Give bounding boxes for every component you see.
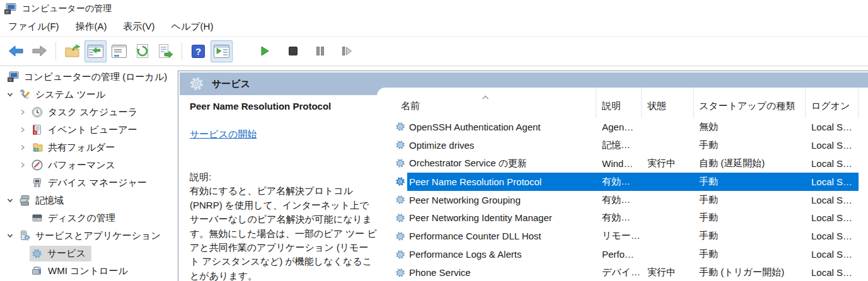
toolbar-separator [182, 42, 182, 60]
menu-action[interactable]: 操作(A) [67, 18, 115, 36]
forward-icon[interactable] [28, 40, 50, 62]
tree-item-label: システム ツール [35, 89, 105, 101]
start-service-icon[interactable] [253, 40, 275, 62]
tree-item-label: ディスクの管理 [48, 212, 115, 224]
tree-item-label: サービスとアプリケーション [35, 230, 161, 242]
sidebar-item-storage[interactable]: 記憶域 [0, 192, 176, 209]
computer-management-icon [8, 71, 19, 83]
service-row-selected[interactable]: Peer Name Resolution Protocol有効…手動Local … [377, 173, 868, 191]
wmi-control-icon [32, 265, 43, 277]
restart-service-icon[interactable] [336, 40, 358, 62]
tree-spacer [18, 213, 28, 223]
device-manager-icon [32, 177, 43, 188]
service-gear-icon [395, 268, 405, 278]
sidebar-item-performance[interactable]: パフォーマンス [0, 156, 176, 174]
menu-help[interactable]: ヘルプ(H) [163, 18, 222, 36]
sidebar-item-computer-management-root[interactable]: コンピューターの管理 (ローカル) [0, 68, 176, 86]
chevron-right-icon[interactable] [18, 107, 28, 117]
menu-file[interactable]: ファイル(F) [0, 18, 67, 36]
toolbar-separator [243, 42, 243, 60]
service-gear-icon [395, 140, 405, 150]
tree-item-label: 記憶域 [35, 195, 64, 207]
disk-management-icon [32, 212, 43, 224]
svg-text:?: ? [195, 46, 201, 57]
column-header-description[interactable]: 説明 [596, 88, 642, 118]
sidebar-item-wmi-control[interactable]: WMI コントロール [0, 262, 176, 280]
selected-service-name: Peer Name Resolution Protocol [190, 101, 376, 112]
sidebar-item-services-and-applications[interactable]: サービスとアプリケーション [0, 227, 176, 244]
service-row[interactable]: Orchestrator Service の更新Wind…実行中自動 (遅延開始… [377, 154, 868, 173]
services-applications-icon [19, 230, 30, 241]
chevron-down-icon[interactable] [5, 231, 15, 241]
show-console-tree-icon[interactable] [84, 40, 107, 62]
chevron-right-icon[interactable] [18, 160, 28, 170]
sidebar-item-event-viewer[interactable]: イベント ビューアー [0, 121, 176, 139]
help-icon[interactable]: ? [187, 40, 209, 62]
tree-item-label: サービス [47, 248, 86, 260]
column-header-startup-type[interactable]: スタートアップの種類 [694, 88, 806, 118]
service-row[interactable]: OpenSSH Authentication AgentAgen…無効Local… [377, 118, 868, 136]
computer-management-icon [4, 3, 16, 14]
sidebar-item-services[interactable]: サービス [0, 244, 176, 262]
chevron-right-icon[interactable] [18, 142, 28, 152]
service-row[interactable]: Optimize drives記憶…手動Local S… [377, 136, 868, 154]
chevron-down-icon[interactable] [5, 89, 15, 100]
description-text: 有効にすると、ピア名解決プロトコル (PNRP) を使用して、インターネット上で… [190, 185, 377, 280]
event-viewer-icon [32, 124, 43, 135]
sidebar-item-system-tools[interactable]: システム ツール [0, 86, 176, 103]
service-gear-icon [395, 231, 405, 241]
column-header-status[interactable]: 状態 [642, 88, 694, 118]
service-row[interactable]: Peer Networking Grouping有効…手動Local S… [377, 191, 868, 209]
chevron-right-icon[interactable] [18, 125, 28, 135]
export-list-icon[interactable] [154, 40, 176, 62]
tree-item-label: イベント ビューアー [48, 124, 137, 136]
service-row[interactable]: Phone Serviceデバイ…実行中手動 (トリガー開始)Local S… [377, 263, 868, 281]
export-wizard-icon[interactable] [61, 40, 83, 62]
shared-folders-icon [32, 142, 43, 153]
description-label: 説明: [190, 171, 211, 182]
service-gear-icon [395, 249, 405, 260]
tree-spacer [18, 178, 28, 188]
services-icon [32, 248, 42, 259]
service-row[interactable]: Peer Networking Identity Manager有効…手動Loc… [377, 209, 868, 227]
window-titlebar: コンピューターの管理 [0, 0, 868, 18]
tree-item-label: デバイス マネージャー [48, 177, 147, 189]
service-row[interactable]: Performance Counter DLL Hostリモー…手動Local … [377, 227, 868, 245]
refresh-icon[interactable] [131, 40, 153, 62]
service-detail-pane: Peer Name Resolution Protocol サービスの開始 説明… [178, 96, 376, 281]
tree-item-label: WMI コントロール [48, 265, 128, 277]
service-gear-icon [395, 122, 405, 132]
service-gear-icon [395, 176, 405, 186]
properties-icon[interactable] [108, 40, 130, 62]
window-title: コンピューターの管理 [22, 3, 112, 14]
back-icon[interactable] [5, 40, 27, 62]
sidebar-item-disk-management[interactable]: ディスクの管理 [0, 209, 176, 227]
column-header-logon-as[interactable]: ログオン [806, 88, 859, 118]
system-tools-icon [19, 89, 30, 100]
stop-service-icon[interactable] [282, 40, 304, 62]
chevron-down-icon[interactable] [5, 195, 15, 205]
toolbar: ? [0, 37, 868, 66]
pause-service-icon[interactable] [309, 40, 331, 62]
menu-view[interactable]: 表示(V) [115, 18, 163, 36]
service-gear-icon [395, 158, 405, 168]
console-tree: コンピューターの管理 (ローカル) システム ツール タスク スケジューラ [0, 68, 176, 281]
sidebar-item-device-manager[interactable]: デバイス マネージャー [0, 174, 176, 192]
services-header-title: サービス [212, 78, 250, 90]
menu-bar: ファイル(F) 操作(A) 表示(V) ヘルプ(H) [0, 18, 868, 37]
start-service-link[interactable]: サービスの開始 [190, 129, 257, 140]
sidebar-item-task-scheduler[interactable]: タスク スケジューラ [0, 103, 176, 121]
tree-item-label: 共有フォルダー [48, 142, 115, 154]
gear-icon [189, 76, 204, 91]
storage-icon [19, 195, 30, 206]
tree-item-label: パフォーマンス [48, 159, 115, 171]
show-action-pane-icon[interactable] [211, 40, 233, 62]
toolbar-separator [55, 42, 56, 60]
sidebar-item-shared-folders[interactable]: 共有フォルダー [0, 139, 176, 156]
service-gear-icon [395, 195, 405, 205]
performance-icon [32, 159, 43, 171]
column-header-name[interactable]: 名前 [377, 88, 596, 118]
service-row[interactable]: Performance Logs & AlertsPerfo…手動Local S… [377, 245, 868, 263]
sort-ascending-icon [482, 95, 489, 100]
task-scheduler-icon [32, 106, 43, 118]
